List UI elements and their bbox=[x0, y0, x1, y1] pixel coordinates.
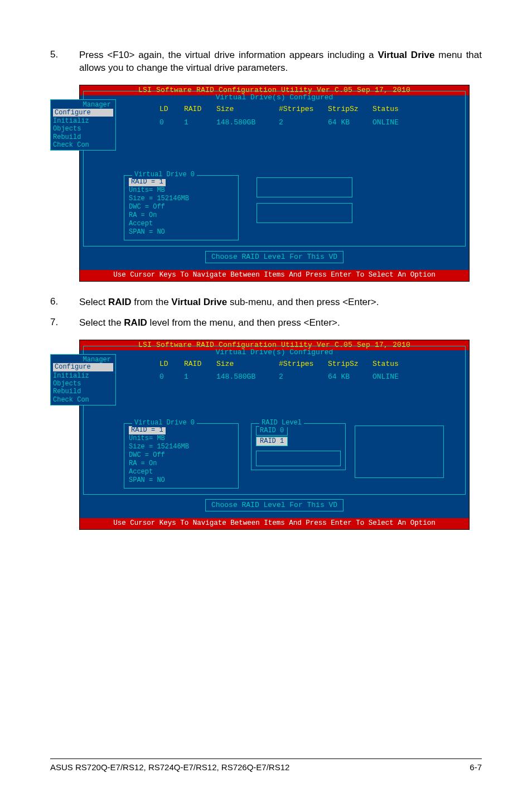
submenu-title: Virtual Drive 0 bbox=[132, 419, 197, 427]
bios-prompt: Choose RAID Level For This VD bbox=[205, 499, 344, 511]
bios-subtitle: Virtual Drive(s) Configured bbox=[87, 93, 462, 103]
col-status: Status bbox=[373, 105, 423, 114]
menu-item[interactable]: Initializ bbox=[53, 117, 113, 125]
menu-item[interactable]: Rebuild bbox=[53, 388, 113, 395]
raid-level-menu[interactable]: RAID Level RAID 0 RAID 1 bbox=[251, 423, 346, 470]
raid-level-item-selected[interactable]: RAID 1 bbox=[256, 437, 288, 446]
submenu-item[interactable]: Size = 152146MB bbox=[129, 195, 234, 203]
preview-box bbox=[355, 426, 444, 478]
col-status: Status bbox=[373, 360, 423, 369]
text: from the bbox=[132, 297, 172, 307]
virtual-drive-bold: Virtual Drive bbox=[378, 50, 434, 60]
step-text: Select the RAID level from the menu, and… bbox=[79, 317, 482, 330]
menu-item-selected[interactable]: Configure bbox=[53, 363, 113, 371]
preview-box bbox=[257, 203, 352, 223]
menu-header: Manager bbox=[53, 356, 113, 364]
footer-right: 6-7 bbox=[470, 762, 482, 772]
submenu-item[interactable]: Units= MB bbox=[129, 434, 234, 443]
text: Select bbox=[79, 297, 108, 307]
instruction-list: 5. Press <F10> again, the virtual drive … bbox=[50, 49, 482, 75]
menu-item[interactable]: Check Con bbox=[53, 141, 113, 149]
preview-box bbox=[257, 177, 352, 197]
preview-boxes bbox=[257, 172, 352, 223]
document-page: 5. Press <F10> again, the virtual drive … bbox=[0, 0, 532, 802]
text: sub-menu, and then press <Enter>. bbox=[227, 297, 379, 307]
page-footer: ASUS RS720Q-E7/RS12, RS724Q-E7/RS12, RS7… bbox=[50, 758, 482, 772]
text: Select the bbox=[79, 317, 124, 328]
col-raid: RAID bbox=[184, 105, 216, 114]
menu-item[interactable]: Check Con bbox=[53, 396, 113, 404]
footer-left: ASUS RS720Q-E7/RS12, RS724Q-E7/RS12, RS7… bbox=[50, 762, 289, 772]
cell: ONLINE bbox=[373, 118, 423, 127]
menu-item[interactable]: Initializ bbox=[53, 372, 113, 380]
bios-left-menu[interactable]: Manager Configure Initializ Objects Rebu… bbox=[50, 99, 116, 151]
bios-subtitle: Virtual Drive(s) Configured bbox=[87, 348, 462, 358]
menu-item[interactable]: Objects bbox=[53, 125, 113, 133]
virtual-drive-submenu[interactable]: Virtual Drive 0 RAID = 1 Units= MB Size … bbox=[124, 423, 239, 489]
col-size: Size bbox=[216, 360, 279, 369]
bios-footer: Use Cursor Keys To Navigate Between Item… bbox=[80, 270, 469, 281]
cell: 148.580GB bbox=[216, 118, 279, 127]
col-stripsz: StripSz bbox=[328, 360, 373, 369]
submenu-item[interactable]: Size = 152146MB bbox=[129, 443, 234, 451]
submenu-item-selected[interactable]: RAID = 1 bbox=[129, 178, 166, 186]
bios-prompt-row: Choose RAID Level For This VD bbox=[83, 251, 466, 263]
cell: 0 bbox=[159, 373, 184, 381]
cell: 1 bbox=[184, 373, 216, 381]
bios-left-menu[interactable]: Manager Configure Initializ Objects Rebu… bbox=[50, 354, 116, 405]
col-stripes: #Stripes bbox=[279, 360, 328, 369]
submenu-item[interactable]: Accept bbox=[129, 468, 234, 476]
cell: 2 bbox=[279, 373, 328, 381]
virtual-drive-submenu[interactable]: Virtual Drive 0 RAID = 1 Units= MB Size … bbox=[124, 175, 239, 240]
raid-level-item[interactable]: RAID 0 bbox=[256, 426, 288, 436]
bios-prompt-row: Choose RAID Level For This VD bbox=[83, 499, 466, 511]
submenu-item[interactable]: RA = On bbox=[129, 460, 234, 468]
instruction-list-2: 6. Select RAID from the Virtual Drive su… bbox=[50, 296, 482, 330]
col-raid: RAID bbox=[184, 360, 216, 369]
cell: 64 KB bbox=[328, 373, 373, 381]
bold: RAID bbox=[124, 317, 147, 328]
vd-table-row: 0 1 148.580GB 2 64 KB ONLINE bbox=[87, 372, 462, 381]
cell: ONLINE bbox=[373, 373, 423, 381]
preview-box bbox=[256, 451, 341, 466]
bold: Virtual Drive bbox=[171, 297, 227, 307]
col-stripsz: StripSz bbox=[328, 105, 373, 114]
menu-item[interactable]: Objects bbox=[53, 380, 113, 388]
step-6: 6. Select RAID from the Virtual Drive su… bbox=[50, 296, 482, 309]
vd-table-row: 0 1 148.580GB 2 64 KB ONLINE bbox=[87, 118, 462, 127]
bios-footer: Use Cursor Keys To Navigate Between Item… bbox=[80, 518, 469, 529]
bold: RAID bbox=[108, 297, 132, 307]
step-text: Select RAID from the Virtual Drive sub-m… bbox=[79, 296, 482, 309]
raid-level-title: RAID Level bbox=[259, 419, 304, 427]
menu-item[interactable]: Rebuild bbox=[53, 133, 113, 141]
col-ld: LD bbox=[159, 105, 184, 114]
menu-header: Manager bbox=[53, 101, 113, 109]
submenu-item[interactable]: Accept bbox=[129, 220, 234, 228]
step-number: 6. bbox=[50, 296, 79, 309]
col-stripes: #Stripes bbox=[279, 105, 328, 114]
bios-prompt: Choose RAID Level For This VD bbox=[205, 251, 344, 263]
submenu-item[interactable]: SPAN = NO bbox=[129, 476, 234, 485]
step-7: 7. Select the RAID level from the menu, … bbox=[50, 317, 482, 330]
step-5: 5. Press <F10> again, the virtual drive … bbox=[50, 49, 482, 75]
col-size: Size bbox=[216, 105, 279, 114]
text: Press <F10> again, the virtual drive inf… bbox=[79, 50, 378, 60]
col-ld: LD bbox=[159, 360, 184, 369]
submenu-item[interactable]: RA = On bbox=[129, 211, 234, 220]
vd-table-header: LD RAID Size #Stripes StripSz Status bbox=[87, 103, 462, 117]
cell: 2 bbox=[279, 118, 328, 127]
menu-item-selected[interactable]: Configure bbox=[53, 109, 113, 117]
step-number: 7. bbox=[50, 317, 79, 330]
bios-screenshot-1: LSI Software RAID Configuration Utility … bbox=[79, 85, 482, 282]
cell: 64 KB bbox=[328, 118, 373, 127]
cell: 1 bbox=[184, 118, 216, 127]
submenu-item[interactable]: DWC = Off bbox=[129, 451, 234, 460]
submenu-item[interactable]: DWC = Off bbox=[129, 203, 234, 211]
submenu-item[interactable]: Units= MB bbox=[129, 186, 234, 195]
submenu-item[interactable]: SPAN = NO bbox=[129, 228, 234, 236]
step-number: 5. bbox=[50, 49, 79, 75]
step-text: Press <F10> again, the virtual drive inf… bbox=[79, 49, 482, 75]
submenu-item-selected[interactable]: RAID = 1 bbox=[129, 426, 166, 434]
bios-screenshot-2: LSI Software RAID Configuration Utility … bbox=[79, 340, 482, 530]
vd-table-header: LD RAID Size #Stripes StripSz Status bbox=[87, 358, 462, 372]
